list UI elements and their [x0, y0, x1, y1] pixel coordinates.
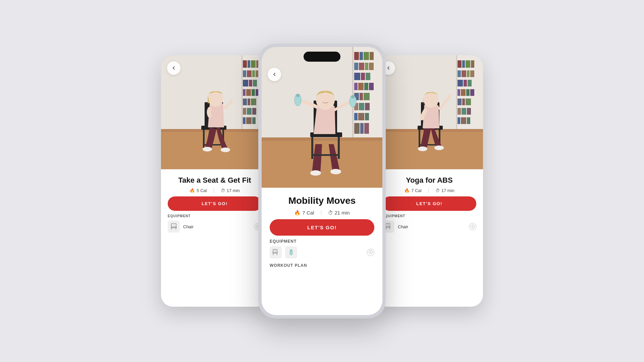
svg-point-34	[203, 147, 212, 152]
svg-rect-110	[470, 89, 474, 96]
svg-rect-79	[312, 154, 339, 156]
svg-rect-95	[456, 55, 457, 129]
center-workout-plan-label: WORKOUT PLAN	[270, 263, 374, 268]
right-card-content: Yoga for ABS 🔥 7 Cal ⏱ 17 min LET'S GO! …	[376, 169, 483, 307]
center-phone-inner: Mobility Moves 🔥 7 Cal ⏱ 21 min LET'S GO…	[262, 47, 382, 315]
right-info-icon[interactable]: ⓘ	[469, 223, 476, 230]
right-duration: ⏱ 17 min	[435, 188, 454, 193]
center-card-content: Mobility Moves 🔥 7 Cal ⏱ 21 min LET'S GO…	[262, 188, 382, 315]
svg-rect-97	[462, 60, 465, 68]
svg-rect-85	[273, 249, 277, 252]
right-card: Yoga for ABS 🔥 7 Cal ⏱ 17 min LET'S GO! …	[376, 55, 483, 307]
svg-rect-116	[467, 108, 471, 115]
svg-point-125	[418, 146, 427, 151]
center-workout-stats: 🔥 7 Cal ⏱ 21 min	[270, 210, 374, 216]
svg-rect-45	[352, 47, 354, 137]
svg-rect-52	[365, 63, 368, 70]
svg-rect-42	[262, 137, 382, 188]
svg-rect-38	[171, 227, 177, 228]
svg-rect-128	[386, 224, 390, 227]
svg-rect-70	[354, 123, 360, 134]
clock-icon-center: ⏱	[328, 210, 333, 216]
svg-rect-53	[369, 63, 374, 70]
clock-icon-right: ⏱	[435, 188, 440, 193]
clock-icon: ⏱	[221, 188, 225, 193]
left-equipment-items: Chair	[168, 221, 194, 233]
left-chair-icon	[168, 221, 180, 233]
svg-rect-9	[243, 70, 246, 77]
left-equipment-label: EQUIPMENT	[168, 214, 262, 218]
right-stat-divider	[428, 188, 429, 193]
svg-rect-62	[360, 93, 363, 100]
flame-icon: 🔥	[190, 188, 195, 193]
center-equipment-label: EQUIPMENT	[270, 239, 374, 244]
left-calories: 🔥 5 Cal	[190, 188, 207, 193]
svg-rect-37	[171, 224, 176, 227]
svg-rect-105	[464, 80, 467, 86]
center-lets-go-button[interactable]: LET'S GO!	[270, 219, 374, 236]
svg-rect-63	[364, 93, 370, 100]
center-back-button[interactable]	[268, 68, 281, 81]
svg-rect-68	[358, 113, 364, 120]
right-equipment-section: EQUIPMENT Chair ⓘ	[382, 214, 476, 233]
svg-rect-72	[364, 123, 369, 134]
center-duration: ⏱ 21 min	[328, 210, 350, 216]
svg-rect-26	[243, 117, 246, 124]
svg-rect-89	[290, 250, 292, 255]
right-equipment-label: EQUIPMENT	[382, 214, 476, 218]
svg-rect-59	[364, 83, 368, 90]
svg-rect-17	[246, 89, 251, 96]
right-lets-go-button[interactable]: LET'S GO!	[382, 196, 476, 211]
center-calories: 🔥 7 Cal	[294, 210, 314, 216]
svg-rect-99	[471, 60, 474, 68]
svg-rect-104	[458, 80, 463, 86]
center-stat-divider	[321, 210, 321, 215]
svg-rect-15	[253, 80, 257, 86]
left-back-button[interactable]	[167, 61, 180, 75]
svg-rect-102	[467, 70, 470, 77]
center-workout-title: Mobility Moves	[270, 195, 374, 206]
svg-rect-58	[358, 83, 364, 90]
center-bottle-icon	[285, 246, 297, 258]
svg-rect-4	[241, 55, 243, 129]
svg-rect-5	[243, 60, 247, 68]
left-workout-image	[161, 55, 268, 169]
center-info-icon[interactable]: ⓘ	[367, 249, 374, 256]
right-calories: 🔥 7 Cal	[404, 188, 421, 193]
svg-rect-47	[360, 52, 363, 60]
svg-rect-28	[252, 117, 256, 124]
svg-point-75	[330, 169, 341, 174]
svg-rect-20	[243, 99, 247, 105]
center-workout-image	[262, 47, 382, 188]
svg-rect-18	[252, 89, 255, 96]
svg-rect-119	[467, 117, 470, 124]
left-workout-stats: 🔥 5 Cal ⏱ 17 min	[168, 188, 262, 193]
right-equipment-row: Chair ⓘ	[382, 221, 476, 233]
svg-point-84	[351, 95, 355, 99]
svg-point-127	[424, 92, 438, 108]
left-equipment-row: Chair ⓘ	[168, 221, 262, 233]
svg-point-126	[434, 145, 444, 150]
svg-rect-107	[458, 89, 460, 96]
main-scene: Take a Seat & Get Fit 🔥 5 Cal ⏱ 17 min L…	[0, 0, 644, 362]
svg-rect-11	[252, 70, 255, 77]
svg-rect-100	[458, 70, 461, 77]
flame-icon-right: 🔥	[404, 188, 410, 193]
svg-rect-51	[359, 63, 364, 70]
svg-rect-43	[262, 137, 382, 141]
svg-rect-50	[354, 63, 358, 70]
svg-rect-69	[365, 113, 369, 120]
svg-rect-113	[466, 99, 471, 105]
svg-rect-90	[290, 249, 292, 251]
right-workout-stats: 🔥 7 Cal ⏱ 17 min	[382, 188, 476, 193]
svg-rect-7	[251, 60, 256, 68]
flame-icon-center: 🔥	[294, 210, 301, 216]
left-equipment-section: EQUIPMENT Chair ⓘ	[168, 214, 262, 233]
svg-rect-16	[243, 89, 246, 96]
left-card-content: Take a Seat & Get Fit 🔥 5 Cal ⏱ 17 min L…	[161, 169, 268, 307]
svg-rect-60	[369, 83, 374, 90]
left-equipment-name: Chair	[183, 224, 194, 229]
left-lets-go-button[interactable]: LET'S GO!	[168, 196, 262, 211]
svg-rect-114	[458, 108, 461, 115]
svg-rect-27	[246, 117, 252, 124]
